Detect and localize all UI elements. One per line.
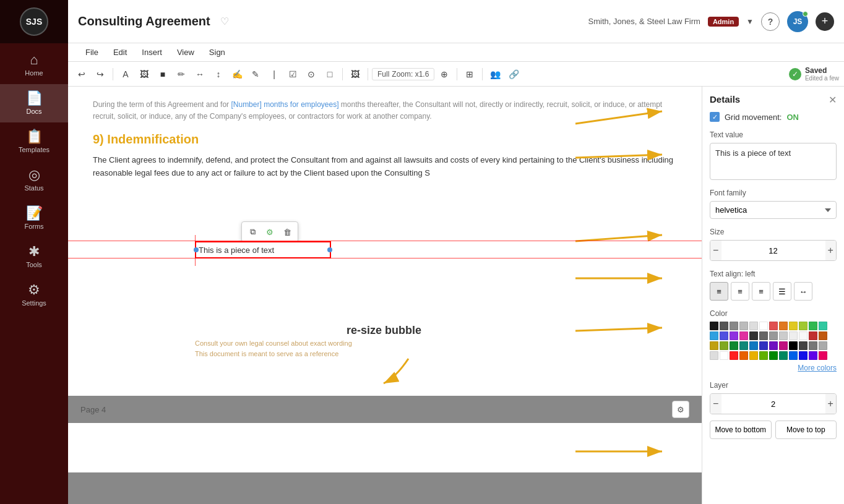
color-swatch[interactable] xyxy=(759,341,768,350)
color-swatch[interactable] xyxy=(819,341,827,350)
align-auto-button[interactable]: ↔ xyxy=(794,282,812,301)
help-button[interactable]: ? xyxy=(761,12,780,31)
color-swatch[interactable] xyxy=(710,341,718,350)
color-swatch[interactable] xyxy=(730,351,738,360)
circle-button[interactable]: ⊙ xyxy=(303,66,320,83)
color-swatch[interactable] xyxy=(769,331,778,340)
menu-view[interactable]: View xyxy=(170,45,202,59)
color-swatch[interactable] xyxy=(739,341,748,350)
page-settings-button[interactable]: ⚙ xyxy=(672,401,689,418)
photo-button[interactable]: 🖼 xyxy=(347,66,364,83)
color-swatch[interactable] xyxy=(809,322,817,330)
text-value-box[interactable]: This is a piece of text xyxy=(710,143,837,180)
color-swatch[interactable] xyxy=(819,351,827,360)
panel-close-button[interactable]: ✕ xyxy=(829,94,837,106)
rectangle-button[interactable]: ■ xyxy=(154,66,171,83)
grid-button[interactable]: ⊞ xyxy=(461,66,478,83)
color-swatch[interactable] xyxy=(799,341,807,350)
color-swatch[interactable] xyxy=(759,331,768,340)
color-swatch[interactable] xyxy=(799,331,807,340)
sidebar-item-settings[interactable]: ⚙ Settings xyxy=(0,276,68,314)
color-swatch[interactable] xyxy=(730,331,738,340)
color-swatch[interactable] xyxy=(779,351,788,360)
color-swatch[interactable] xyxy=(739,322,748,330)
color-swatch[interactable] xyxy=(809,341,817,350)
color-swatch[interactable] xyxy=(789,322,798,330)
sidebar-item-forms[interactable]: 📝 Forms xyxy=(0,199,68,237)
sidebar-item-docs[interactable]: 📄 Docs xyxy=(0,84,68,122)
color-swatch[interactable] xyxy=(749,351,758,360)
edit-button[interactable]: ✎ xyxy=(247,66,264,83)
color-swatch[interactable] xyxy=(809,351,817,360)
signature-button[interactable]: ✍ xyxy=(228,66,246,83)
favorite-icon[interactable]: ♡ xyxy=(220,15,229,27)
size-input[interactable] xyxy=(721,246,825,255)
sidebar-item-status[interactable]: ◎ Status xyxy=(0,161,68,199)
color-swatch[interactable] xyxy=(710,322,718,330)
more-colors-link[interactable]: More colors xyxy=(710,364,837,372)
color-swatch[interactable] xyxy=(730,341,738,350)
sidebar-item-templates[interactable]: 📋 Templates xyxy=(0,122,68,161)
size-increase-button[interactable]: + xyxy=(825,241,837,260)
layer-increase-button[interactable]: + xyxy=(825,394,837,414)
color-swatch[interactable] xyxy=(779,331,788,340)
color-swatch[interactable] xyxy=(819,322,827,330)
align-right-button[interactable]: ≡ xyxy=(752,282,770,301)
color-swatch[interactable] xyxy=(739,351,748,360)
share-button[interactable]: 🔗 xyxy=(505,66,522,83)
color-swatch[interactable] xyxy=(779,322,788,330)
color-swatch[interactable] xyxy=(799,351,807,360)
color-swatch[interactable] xyxy=(799,322,807,330)
float-settings-btn[interactable]: ⚙ xyxy=(262,224,278,240)
menu-insert[interactable]: Insert xyxy=(134,45,170,59)
menu-file[interactable]: File xyxy=(78,45,106,59)
text-element[interactable]: This is a piece of text xyxy=(195,241,331,258)
color-swatch[interactable] xyxy=(779,341,788,350)
layer-decrease-button[interactable]: − xyxy=(710,394,721,414)
undo-button[interactable]: ↩ xyxy=(73,66,90,83)
move-to-top-button[interactable]: Move to top xyxy=(775,421,837,439)
color-swatch[interactable] xyxy=(730,322,738,330)
color-swatch[interactable] xyxy=(789,341,798,350)
resize-handle-left[interactable] xyxy=(194,247,199,252)
text-button[interactable]: A xyxy=(117,66,134,83)
firm-dropdown-arrow[interactable]: ▼ xyxy=(746,17,754,26)
align-left-button[interactable]: ≡ xyxy=(710,282,728,301)
color-swatch[interactable] xyxy=(759,351,768,360)
layer-input[interactable] xyxy=(721,399,825,409)
color-swatch[interactable] xyxy=(710,331,718,340)
color-swatch[interactable] xyxy=(819,331,827,340)
color-swatch[interactable] xyxy=(749,322,758,330)
redo-button[interactable]: ↪ xyxy=(92,66,109,83)
color-swatch[interactable] xyxy=(769,322,778,330)
color-swatch[interactable] xyxy=(749,331,758,340)
sidebar-item-home[interactable]: ⌂ Home xyxy=(0,46,68,84)
color-swatch[interactable] xyxy=(720,351,728,360)
color-swatch[interactable] xyxy=(749,341,758,350)
color-swatch[interactable] xyxy=(769,351,778,360)
doc-area[interactable]: During the term of this Agreement and fo… xyxy=(68,87,702,504)
color-swatch[interactable] xyxy=(759,322,768,330)
resize-handle-right[interactable] xyxy=(327,247,332,252)
grid-movement-checkbox[interactable]: ✓ xyxy=(710,112,720,122)
color-swatch[interactable] xyxy=(809,331,817,340)
move-to-bottom-button[interactable]: Move to bottom xyxy=(710,421,772,439)
resize-button[interactable]: ↕ xyxy=(210,66,227,83)
color-swatch[interactable] xyxy=(720,341,728,350)
color-swatch[interactable] xyxy=(789,351,798,360)
float-copy-btn[interactable]: ⧉ xyxy=(244,224,261,240)
pen-button[interactable]: ✏ xyxy=(173,66,190,83)
menu-edit[interactable]: Edit xyxy=(106,45,134,59)
color-swatch[interactable] xyxy=(739,331,748,340)
square-button[interactable]: □ xyxy=(321,66,338,83)
align-center-button[interactable]: ≡ xyxy=(731,282,749,301)
menu-sign[interactable]: Sign xyxy=(202,45,233,59)
align-justify-button[interactable]: ☰ xyxy=(773,282,791,301)
color-swatch[interactable] xyxy=(769,341,778,350)
color-swatch[interactable] xyxy=(710,351,718,360)
font-family-select[interactable]: helvetica Arial Times New Roman Courier … xyxy=(710,201,837,219)
checkbox-button[interactable]: ☑ xyxy=(284,66,301,83)
float-delete-btn[interactable]: 🗑 xyxy=(279,224,295,240)
color-swatch[interactable] xyxy=(789,331,798,340)
size-decrease-button[interactable]: − xyxy=(710,241,721,260)
